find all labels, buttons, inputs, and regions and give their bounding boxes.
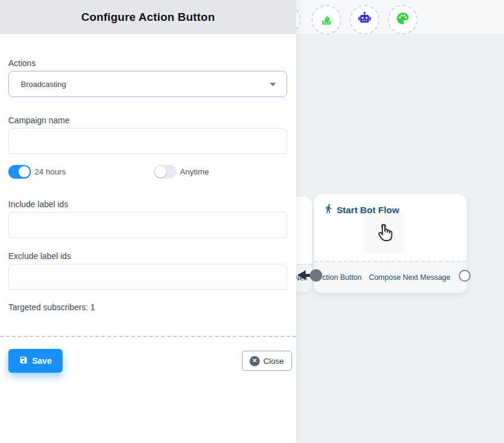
actions-select-value: Broadcasting <box>21 80 66 89</box>
dashed-divider <box>0 336 296 337</box>
exclude-label-ids-input[interactable] <box>8 264 287 290</box>
toolbar-button-palette[interactable] <box>388 5 418 35</box>
toggle-anytime-label: Anytime <box>180 167 209 176</box>
toolbar-button-stack[interactable] <box>312 5 341 35</box>
campaign-name-input[interactable] <box>8 128 287 154</box>
save-button[interactable]: Save <box>8 349 63 373</box>
panel-header: Configure Action Button <box>0 0 296 34</box>
exclude-label-ids-label: Exclude label ids <box>8 251 71 261</box>
include-label-ids-label: Include label ids <box>8 199 68 209</box>
targeted-subscribers-text: Targeted subscribers: 1 <box>8 302 95 312</box>
drop-zone[interactable] <box>365 214 404 254</box>
toggle-24-hours-label: 24 hours <box>35 167 66 176</box>
walking-person-icon <box>323 204 334 216</box>
socket-label-action-button: ction Button <box>322 273 362 282</box>
toolbar-button-bot[interactable] <box>350 5 379 35</box>
toggle-knob <box>18 166 30 177</box>
save-floppy-icon <box>19 355 28 366</box>
configure-action-panel: Configure Action Button Actions Broadcas… <box>0 0 296 443</box>
include-label-ids-input[interactable] <box>8 212 287 238</box>
toggle-anytime[interactable] <box>154 165 176 179</box>
close-button-label: Close <box>263 357 284 366</box>
actions-select[interactable]: Broadcasting <box>8 71 287 97</box>
close-circle-icon: ✕ <box>250 356 260 366</box>
close-button[interactable]: ✕ Close <box>242 351 292 371</box>
stack-icon <box>319 11 334 29</box>
chevron-down-icon <box>270 83 276 86</box>
flow-node-title: Start Bot Flow <box>337 205 399 216</box>
actions-label: Actions <box>8 58 36 68</box>
toggle-24-hours[interactable] <box>8 165 31 179</box>
panel-title: Configure Action Button <box>81 11 214 24</box>
output-socket-circle[interactable] <box>459 270 471 282</box>
campaign-name-label: Campaign name <box>8 116 70 125</box>
palette-icon <box>395 11 410 29</box>
flow-node-start-bot-flow[interactable]: Start Bot Flow ction Button Compose Next… <box>314 194 466 293</box>
flow-node-footer: ction Button Compose Next Message <box>314 261 466 293</box>
socket-label-compose-next-message: Compose Next Message <box>369 273 450 282</box>
connection-arrowhead-icon <box>297 270 306 280</box>
save-button-label: Save <box>32 356 52 366</box>
input-socket-circle[interactable] <box>310 269 322 282</box>
toggle-knob <box>155 166 166 177</box>
robot-icon <box>357 11 372 29</box>
app-root: Nex Start Bot Flow ction Button Compose … <box>0 0 504 443</box>
hand-pointer-cursor-icon <box>373 222 396 247</box>
